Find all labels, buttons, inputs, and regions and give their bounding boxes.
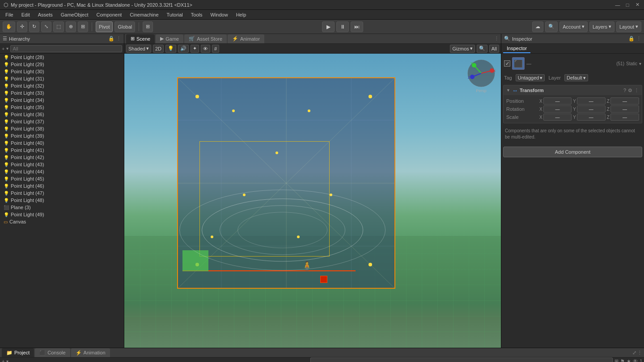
layout-dropdown[interactable]: Layout ▾	[616, 21, 641, 32]
list-item[interactable]: 💡 Point Light (45)	[0, 175, 124, 182]
active-toggle[interactable]: ✓	[504, 60, 510, 67]
tab-animation[interactable]: ⚡ Animation	[71, 348, 110, 357]
menu-gameobject[interactable]: GameObject	[57, 11, 92, 18]
play-btn[interactable]: ▶	[322, 21, 335, 32]
list-item[interactable]: 💡 Point Light (34)	[0, 97, 124, 104]
list-item[interactable]: 💡 Point Light (46)	[0, 182, 124, 189]
bottom-menu-btn[interactable]: ⋮	[637, 350, 642, 356]
add-component-btn[interactable]: Add Component	[503, 147, 642, 157]
tab-inspector[interactable]: Inspector	[503, 44, 530, 53]
rect-tool-btn[interactable]: ⬚	[53, 21, 64, 32]
list-item[interactable]: 💡 Point Light (35)	[0, 104, 124, 111]
tab-scene[interactable]: ⊞ Scene	[126, 34, 155, 43]
hierarchy-search[interactable]	[10, 45, 122, 52]
menu-file[interactable]: File	[2, 11, 17, 18]
tab-project[interactable]: 📁 Project	[2, 348, 34, 357]
rot-z-value[interactable]: —	[610, 105, 639, 113]
rot-x-value[interactable]: —	[543, 105, 572, 113]
menu-assets[interactable]: Assets	[34, 11, 56, 18]
transform-tool-btn[interactable]: ⊕	[66, 21, 76, 32]
layer-dropdown[interactable]: Default ▾	[564, 74, 588, 81]
search-scene-btn[interactable]: 🔍	[477, 45, 487, 53]
menu-tools[interactable]: Tools	[187, 11, 206, 18]
hierarchy-lock-btn[interactable]: 🔒	[108, 36, 114, 42]
project-star-btn[interactable]: ★	[627, 358, 631, 362]
project-search[interactable]	[310, 358, 613, 362]
gizmos-dropdown[interactable]: Gizmos ▾	[450, 45, 475, 53]
custom-tool-btn[interactable]: ⊞	[78, 21, 88, 32]
help-btn[interactable]: ?	[623, 88, 626, 93]
list-item[interactable]: 💡 Point Light (40)	[0, 139, 124, 147]
pivot-btn[interactable]: Pivot	[96, 21, 113, 32]
list-item[interactable]: 💡 Point Light (30)	[0, 68, 124, 75]
step-btn[interactable]: ⏭	[351, 21, 363, 32]
hierarchy-filter[interactable]: ▾	[6, 46, 8, 51]
all-label[interactable]: All	[489, 45, 499, 53]
project-eye-btn[interactable]: 👁	[633, 358, 638, 362]
tab-console[interactable]: ⬛ Console	[35, 348, 70, 357]
list-item[interactable]: 💡 Point Light (39)	[0, 132, 124, 139]
maximize-btn[interactable]: □	[624, 2, 631, 8]
list-item[interactable]: 💡 Point Light (32)	[0, 82, 124, 89]
view2d-btn[interactable]: 2D	[153, 45, 164, 53]
scale-z-value[interactable]: —	[610, 114, 639, 121]
asset-filter[interactable]: ▾	[6, 359, 8, 362]
grid-btn[interactable]: #	[212, 45, 219, 53]
scale-tool-btn[interactable]: ⤡	[41, 21, 51, 32]
transform-header[interactable]: ▼ ↔ Transform ? ⚙ ⋮	[504, 85, 642, 95]
scene-view[interactable]: 🧍 X Y Z Persp	[124, 54, 501, 348]
lighting-btn[interactable]: 💡	[165, 45, 176, 53]
audio-btn[interactable]: 🔊	[178, 45, 189, 53]
rot-y-value[interactable]: —	[577, 105, 606, 113]
list-item[interactable]: 💡 Point Light (36)	[0, 111, 124, 118]
list-item[interactable]: 💡 Point Light (31)	[0, 75, 124, 82]
list-item[interactable]: 💡 Point Light (47)	[0, 189, 124, 197]
hand-tool-btn[interactable]: ✋	[3, 21, 15, 32]
project-icon-btn[interactable]: ⊞	[614, 358, 619, 362]
scene-menu-btn[interactable]: ⋮	[494, 36, 499, 42]
search-services-btn[interactable]: 🔍	[545, 21, 558, 32]
effects-btn[interactable]: ✦	[191, 45, 199, 53]
move-tool-btn[interactable]: ✢	[17, 21, 27, 32]
tag-dropdown[interactable]: Untagged ▾	[516, 74, 545, 81]
list-item[interactable]: 💡 Point Light (42)	[0, 154, 124, 161]
scale-x-value[interactable]: —	[543, 114, 572, 121]
scale-y-value[interactable]: —	[577, 114, 606, 121]
menu-window[interactable]: Window	[207, 11, 232, 18]
list-item[interactable]: 💡 Point Light (37)	[0, 118, 124, 125]
settings-btn[interactable]: ⚙	[628, 88, 632, 93]
menu-component[interactable]: Component	[93, 11, 125, 18]
rotate-tool-btn[interactable]: ↻	[29, 21, 39, 32]
list-item[interactable]: 💡 Point Light (44)	[0, 168, 124, 175]
pos-x-value[interactable]: —	[543, 97, 572, 105]
menu-edit[interactable]: Edit	[18, 11, 34, 18]
hidden-objects-btn[interactable]: 👁	[201, 45, 210, 53]
menu-cinemachine[interactable]: Cinemachine	[126, 11, 162, 18]
list-item[interactable]: 💡 Point Light (28)	[0, 54, 124, 61]
snap-icon[interactable]: ⊞	[143, 21, 153, 32]
layers-dropdown[interactable]: Layers ▾	[589, 21, 614, 32]
list-item[interactable]: 💡 Point Light (43)	[0, 161, 124, 168]
list-item[interactable]: 💡 Point Light (29)	[0, 61, 124, 68]
list-item[interactable]: ⬛ Plane (3)	[0, 204, 124, 211]
account-dropdown[interactable]: Account ▾	[559, 21, 588, 32]
list-item[interactable]: ▭ Canvas	[0, 218, 124, 225]
inspector-lock-btn[interactable]: 🔒	[628, 36, 635, 42]
close-btn[interactable]: ✕	[634, 2, 640, 8]
pause-btn[interactable]: ⏸	[336, 21, 349, 32]
list-item[interactable]: 💡 Point Light (38)	[0, 125, 124, 132]
collab-btn[interactable]: ☁	[532, 21, 543, 32]
global-btn[interactable]: Global	[114, 21, 135, 32]
add-asset-btn[interactable]: +	[2, 358, 4, 362]
list-item[interactable]: 💡 Point Light (41)	[0, 147, 124, 154]
shading-dropdown[interactable]: Shaded ▾	[126, 45, 151, 53]
more-btn[interactable]: ⋮	[634, 88, 639, 93]
tab-animator[interactable]: ⚡ Animator	[228, 34, 264, 43]
tab-asset-store[interactable]: 🛒 Asset Store	[184, 34, 227, 43]
menu-tutorial[interactable]: Tutorial	[163, 11, 186, 18]
project-filter-btn[interactable]: ⚑	[620, 358, 625, 362]
pos-z-value[interactable]: —	[610, 97, 639, 105]
add-hierarchy-btn[interactable]: +	[2, 46, 4, 51]
minimize-btn[interactable]: —	[614, 2, 621, 8]
list-item[interactable]: 💡 Point Light (48)	[0, 197, 124, 204]
